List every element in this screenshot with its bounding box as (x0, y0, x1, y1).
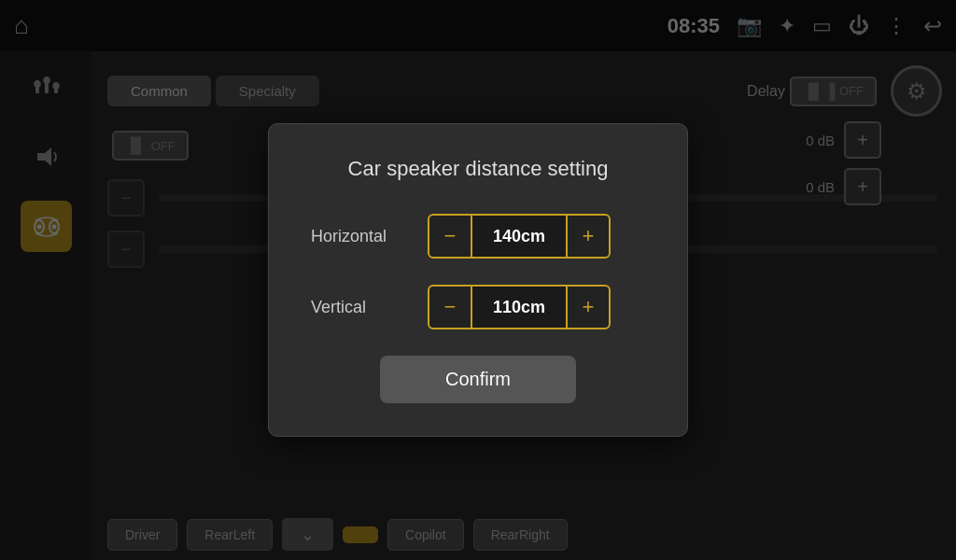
vertical-decrement-button[interactable]: − (428, 285, 472, 329)
confirm-button[interactable]: Confirm (380, 356, 576, 403)
horizontal-stepper: − 140cm + (428, 214, 611, 259)
horizontal-value: 140cm (472, 214, 566, 259)
dialog-overlay: Car speaker distance setting Horizontal … (0, 0, 956, 560)
horizontal-label: Horizontal (311, 227, 414, 246)
vertical-label: Vertical (311, 298, 414, 317)
vertical-stepper: − 110cm + (428, 285, 611, 329)
horizontal-row: Horizontal − 140cm + (311, 214, 645, 259)
vertical-increment-button[interactable]: + (566, 285, 611, 329)
horizontal-decrement-button[interactable]: − (428, 214, 472, 259)
distance-setting-dialog: Car speaker distance setting Horizontal … (268, 123, 688, 437)
vertical-row: Vertical − 110cm + (311, 285, 645, 329)
horizontal-increment-button[interactable]: + (566, 214, 611, 259)
vertical-value: 110cm (472, 285, 566, 329)
dialog-title: Car speaker distance setting (311, 157, 645, 181)
